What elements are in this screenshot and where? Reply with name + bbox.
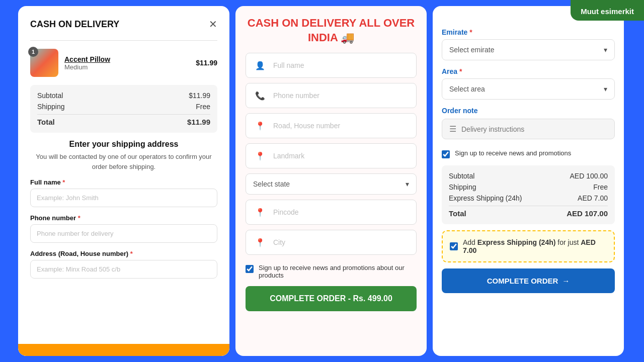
- emirate-select-label: Select emirate: [449, 46, 494, 54]
- area-select[interactable]: Select area ▾: [442, 78, 615, 100]
- right-complete-button[interactable]: COMPLETE ORDER →: [442, 268, 615, 293]
- phone-field: 📞: [246, 83, 417, 108]
- subtotal-label: Subtotal: [37, 92, 63, 100]
- right-signup-checkbox[interactable]: [442, 150, 450, 158]
- full-name-label: Full name *: [30, 178, 217, 186]
- left-panel-header: CASH ON DELIVERY ✕: [30, 18, 217, 30]
- right-total-row: Total AED 107.00: [449, 206, 608, 219]
- shipping-heading: Enter your shipping address: [30, 140, 217, 149]
- phone-icon: 📞: [253, 88, 267, 103]
- right-shipping-label: Shipping: [449, 183, 476, 191]
- middle-panel: CASH ON DELIVERY ALL OVER INDIA 🚚 👤 📞 📍 …: [235, 6, 427, 356]
- subtotal-row: Subtotal $11.99: [37, 90, 210, 101]
- right-panel: Emirate * Select emirate ▾ Area * Select…: [433, 6, 624, 356]
- shipping-value: Free: [196, 103, 210, 111]
- phone-label: Phone number *: [30, 214, 217, 222]
- middle-phone-input[interactable]: [273, 92, 409, 100]
- total-row: Total $11.99: [37, 114, 210, 128]
- address-label: Address (Road, House number) *: [30, 250, 217, 257]
- right-subtotal-row: Subtotal AED 100.00: [449, 170, 608, 182]
- shipping-label: Shipping: [37, 103, 65, 111]
- shipping-row: Shipping Free: [37, 101, 210, 112]
- address-input[interactable]: [30, 260, 217, 279]
- pincode-field: 📍: [246, 200, 417, 225]
- total-value: $11.99: [187, 118, 210, 126]
- right-subtotal-value: AED 100.00: [570, 172, 608, 180]
- address-group: Address (Road, House number) *: [30, 250, 217, 279]
- right-express-value: AED 7.00: [578, 194, 608, 202]
- right-subtotal-label: Subtotal: [449, 172, 474, 180]
- middle-title: CASH ON DELIVERY ALL OVER INDIA 🚚: [246, 16, 417, 45]
- full-name-group: Full name *: [30, 178, 217, 207]
- product-image-wrap: 1: [30, 49, 58, 77]
- arrow-icon: →: [562, 277, 570, 285]
- required-star-addr: *: [130, 250, 133, 257]
- subtotal-value: $11.99: [189, 92, 210, 100]
- emirate-label: Emirate *: [442, 28, 615, 36]
- express-shipping-box: Add Express Shipping (24h) for just AED …: [442, 230, 615, 262]
- middle-checkbox-row: Sign up to receive news and promotions a…: [246, 264, 417, 279]
- middle-landmark-input[interactable]: [273, 152, 409, 160]
- road-field: 📍: [246, 113, 417, 138]
- close-button[interactable]: ✕: [209, 18, 217, 30]
- divider-top: [30, 40, 217, 41]
- phone-input[interactable]: [30, 224, 217, 243]
- pincode-icon: 📍: [253, 205, 267, 219]
- required-star-phone: *: [78, 214, 80, 222]
- middle-complete-button[interactable]: COMPLETE ORDER - Rs. 499.00: [246, 286, 417, 311]
- right-express-row: Express Shipping (24h) AED 7.00: [449, 193, 608, 204]
- right-signup-row: Sign up to receive news and promotions: [442, 149, 615, 158]
- express-shipping-checkbox[interactable]: [450, 242, 458, 250]
- delivery-instructions-field: ☰: [442, 119, 615, 139]
- right-signup-label: Sign up to receive news and promotions: [455, 149, 571, 157]
- product-badge: 1: [28, 47, 38, 57]
- location-icon: 📍: [253, 119, 267, 133]
- right-complete-label: COMPLETE ORDER: [487, 277, 558, 285]
- right-express-label: Express Shipping (24h): [449, 194, 522, 202]
- emirate-select[interactable]: Select emirate ▾: [442, 39, 615, 60]
- product-name: Accent Pillow: [64, 55, 190, 63]
- city-field: 📍: [246, 230, 417, 255]
- full-name-field: 👤: [246, 53, 417, 78]
- state-select[interactable]: Select state ▾: [246, 173, 417, 195]
- emirate-chevron-icon: ▾: [604, 46, 607, 54]
- product-price: $11.99: [196, 59, 217, 67]
- order-note-label: Order note: [442, 107, 615, 115]
- chevron-down-icon: ▾: [406, 180, 409, 188]
- full-name-input[interactable]: [30, 189, 217, 207]
- area-chevron-icon: ▾: [604, 85, 607, 93]
- middle-signup-checkbox[interactable]: [246, 265, 254, 273]
- muut-esimerkit-badge: Muut esimerkit: [571, 0, 644, 21]
- left-panel-title: CASH ON DELIVERY: [30, 19, 119, 30]
- phone-group: Phone number *: [30, 214, 217, 243]
- product-row: 1 Accent Pillow Medium $11.99: [30, 45, 217, 81]
- middle-city-input[interactable]: [273, 238, 409, 246]
- person-icon: 👤: [253, 58, 267, 72]
- city-icon: 📍: [253, 235, 267, 249]
- landmark-icon: 📍: [253, 149, 267, 163]
- state-select-label: Select state: [253, 180, 290, 188]
- right-summary: Subtotal AED 100.00 Shipping Free Expres…: [442, 165, 615, 224]
- menu-icon: ☰: [449, 124, 456, 134]
- total-label: Total: [37, 118, 55, 126]
- shipping-subtext: You will be contacted by one of our oper…: [30, 152, 217, 171]
- landmark-field: 📍: [246, 143, 417, 168]
- required-star: *: [62, 178, 65, 186]
- right-total-label: Total: [449, 209, 466, 218]
- middle-pincode-input[interactable]: [273, 208, 409, 216]
- product-info: Accent Pillow Medium: [64, 55, 190, 71]
- orange-accent: [18, 344, 229, 356]
- middle-signup-label: Sign up to receive news and promotions a…: [259, 264, 417, 279]
- delivery-instructions-input[interactable]: [461, 125, 607, 133]
- left-panel: CASH ON DELIVERY ✕ 1 Accent Pillow Mediu…: [18, 6, 229, 356]
- middle-full-name-input[interactable]: [273, 61, 409, 69]
- product-variant: Medium: [64, 63, 190, 71]
- middle-road-input[interactable]: [273, 122, 409, 130]
- right-total-value: AED 107.00: [567, 209, 608, 218]
- express-shipping-text: Add Express Shipping (24h) for just AED …: [463, 238, 607, 254]
- area-label: Area *: [442, 67, 615, 75]
- area-select-label: Select area: [449, 85, 485, 93]
- order-summary: Subtotal $11.99 Shipping Free Total $11.…: [30, 85, 217, 133]
- right-shipping-value: Free: [593, 183, 608, 191]
- right-shipping-row: Shipping Free: [449, 182, 608, 193]
